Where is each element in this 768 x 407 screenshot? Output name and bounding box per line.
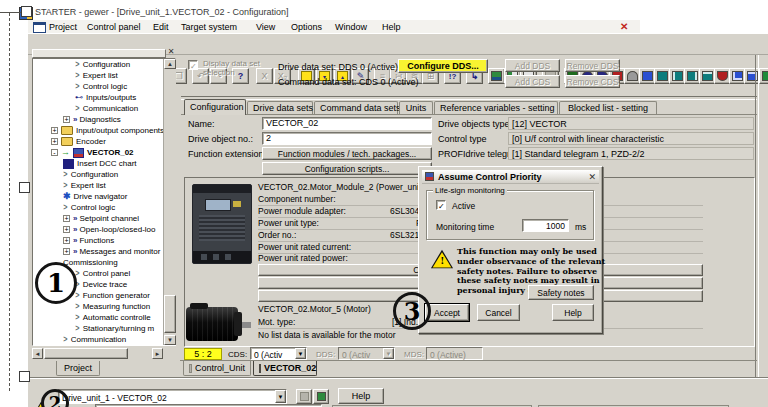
arrow-icon: > [75,102,79,114]
tab-drive-data-sets[interactable]: Drive data sets [247,101,313,114]
tree-item[interactable]: +Encoder [33,136,175,147]
tree-item[interactable]: >Stationary/turning m [33,323,175,334]
tab-units[interactable]: Units [399,101,433,114]
function-modules-button[interactable]: Function modules / tech. packages... [262,147,432,160]
scroll-thumb[interactable] [164,295,176,333]
expand-icon[interactable]: + [51,138,58,145]
mdi-right-divider [755,55,759,377]
cancel-button[interactable]: Cancel [477,304,520,321]
tree-item[interactable]: ✱Drive navigator [33,191,175,202]
drive-object-ratio-badge: 5 : 2 [184,348,222,360]
tree-item[interactable]: >Automatic controlle [33,312,175,323]
tree-panel-close-icon[interactable]: ✕ [166,47,176,57]
dcc-chart-icon [63,159,74,169]
tree-item[interactable]: +»Functions [33,235,175,246]
menu-target-system[interactable]: Target system [181,22,237,32]
tree-item[interactable]: ⊷Inputs/outputs [33,92,175,103]
tree-vertical-scrollbar[interactable]: ▲ ▼ [163,59,176,345]
tree-item[interactable]: +»Setpoint channel [33,213,175,224]
warning-triangle-icon: ! [431,250,453,269]
annotation-handle [19,371,30,382]
menu-project[interactable]: Project [49,22,77,32]
tab-vector02[interactable]: VECTOR_02 [253,361,317,376]
scroll-up-icon[interactable]: ▲ [164,59,176,69]
tree-item[interactable]: +»Diagnostics [33,114,175,125]
arrow-icon: > [63,333,67,345]
expand-icon[interactable]: + [63,248,70,255]
online-1-icon[interactable] [488,68,505,84]
tab-reference-variables[interactable]: Reference variables - setting [434,101,558,114]
drive-object-icon [73,148,84,158]
mdi-child-icon[interactable] [33,22,46,33]
tree-item[interactable]: >Expert list [33,180,175,191]
drive-object-no-input[interactable]: 2 [262,132,432,145]
configuration-scripts-button[interactable]: Configuration scripts... [262,162,432,175]
header-separator [181,96,757,100]
menu-edit[interactable]: Edit [153,22,169,32]
tree-item[interactable]: +Input/output components [33,125,175,136]
tree-item[interactable]: >Communication [33,334,175,345]
mdi-close-icon[interactable]: ✕ [620,21,628,32]
life-sign-group-label: Life-sign monitoring [433,186,507,195]
tree-item[interactable]: >Communication [33,103,175,114]
tab-blocked-list[interactable]: Blocked list - setting [559,101,657,114]
tree-item-vector02[interactable]: -→VECTOR_02 [33,147,175,158]
menu-window[interactable]: Window [335,22,367,32]
add-cds-button[interactable]: Add CDS [505,75,560,88]
tab-project[interactable]: Project [56,361,100,376]
chevrons-icon: » [73,235,76,246]
expand-icon[interactable]: + [63,215,70,222]
chevron-down-icon[interactable]: ▼ [275,390,286,403]
assume-control-button[interactable] [313,389,329,404]
help-button[interactable]: Help [552,304,594,321]
tree-item[interactable]: +»Open-loop/closed-loo [33,224,175,235]
close-icon[interactable]: ✕ [588,172,596,182]
tree-item[interactable]: +»Messages and monitor [33,246,175,257]
tree-item[interactable]: >Configuration [33,59,175,70]
tab-control-unit[interactable]: Control_Unit [183,361,251,376]
tab-configuration[interactable]: Configuration [184,99,246,115]
menu-options[interactable]: Options [291,22,322,32]
annotation-circle-3: 3 [393,292,431,330]
tree-item[interactable]: >Control logic [33,81,175,92]
scroll-left-icon[interactable]: ◄ [32,348,43,359]
drive-unit-combobox[interactable]: Drive_unit_1 - VECTOR_02 ▼ [58,389,287,404]
tree-horizontal-scrollbar[interactable]: ◄ ► [32,348,163,359]
chevron-down-icon[interactable]: ▼ [295,348,306,359]
remove-dds-button[interactable]: Remove DDS [565,59,620,72]
panel-help-button[interactable]: Help [338,388,384,404]
run-icon[interactable] [759,68,768,84]
dds-combobox[interactable]: 0 (Activ▼ [338,347,395,360]
tree-item[interactable]: >Configuration [33,169,175,180]
tree-item[interactable]: >Expert list [33,70,175,81]
scroll-down-icon[interactable]: ▼ [164,335,176,345]
tree-panel-grip[interactable] [32,49,166,58]
menu-control-panel[interactable]: Control panel [87,22,141,32]
expand-icon[interactable]: + [63,116,70,123]
expand-icon[interactable]: + [63,237,70,244]
expand-icon[interactable]: + [63,226,70,233]
collapse-icon[interactable]: - [51,149,58,156]
monitoring-time-input[interactable]: 1000 [522,219,569,232]
tree-item[interactable]: Insert DCC chart [33,158,175,169]
accept-button[interactable]: Accept [425,304,469,321]
menu-view[interactable]: View [256,22,275,32]
remove-cds-button[interactable]: Remove CDS [565,75,620,88]
tree-item[interactable]: >Control logic [33,202,175,213]
cds-combobox[interactable]: 0 (Activ▼ [250,347,307,360]
add-dds-button[interactable]: Add DDS [505,59,560,72]
safety-notes-button[interactable]: Safety notes [528,285,594,300]
name-input[interactable]: VECTOR_02 [262,117,432,130]
annotation-circle-1: 1 [35,262,77,304]
display-values-button[interactable] [296,389,312,404]
dialog-title-bar[interactable]: Assume Control Priority ✕ [422,170,599,184]
configure-dds-button[interactable]: Configure DDS... [398,59,488,73]
active-checkbox[interactable]: ✓ [436,200,446,210]
menu-help[interactable]: Help [382,22,401,32]
scroll-thumb[interactable] [44,348,128,359]
drive-navigator-icon: ✱ [63,191,71,202]
expand-icon[interactable]: + [51,127,58,134]
tab-command-data-sets[interactable]: Command data sets [314,101,398,114]
scroll-right-icon[interactable]: ► [152,348,163,359]
display-data-set-checkbox[interactable]: ✓ [188,60,198,70]
